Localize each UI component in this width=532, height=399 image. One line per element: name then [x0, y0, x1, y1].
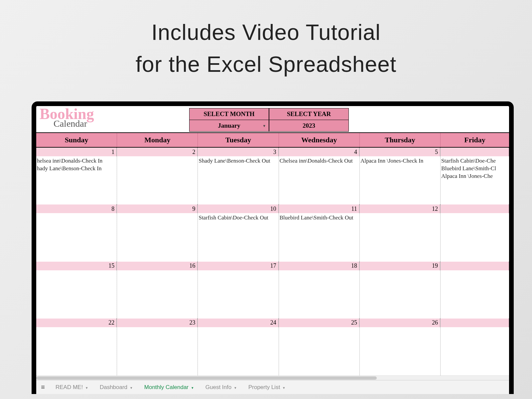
- date-number: 12: [360, 204, 440, 213]
- horizontal-scrollbar[interactable]: [36, 375, 509, 380]
- cell-events: [441, 327, 509, 375]
- weekday-header: Sunday: [36, 133, 117, 147]
- calendar-cell[interactable]: 24: [198, 319, 279, 375]
- calendar-cell[interactable]: [441, 262, 509, 319]
- chevron-down-icon: ▾: [234, 386, 236, 390]
- booking-event: helsea inn\Donalds-Check In: [37, 157, 116, 165]
- cell-events: [279, 327, 359, 375]
- select-month-dropdown[interactable]: January ▾: [189, 120, 269, 132]
- calendar-cell[interactable]: 25: [279, 319, 360, 375]
- select-year-value-cell[interactable]: 2023: [269, 120, 349, 132]
- calendar-cell[interactable]: 15: [36, 262, 117, 319]
- date-number: [441, 319, 509, 327]
- calendar-cell[interactable]: 18: [279, 262, 360, 319]
- weekday-header: Thursday: [360, 133, 441, 147]
- date-number: [441, 262, 509, 270]
- sheets-menu-icon[interactable]: ≡: [36, 383, 50, 391]
- cell-events: Starfish Cabin\Doe-CheBluebird Lane\Smit…: [441, 156, 509, 204]
- cell-events: helsea inn\Donalds-Check Inhady Lane\Ben…: [36, 156, 117, 204]
- spreadsheet-screen: Booking Calendar SELECT MONTH January ▾ …: [36, 106, 509, 394]
- date-number: 23: [117, 319, 198, 327]
- cell-events: [279, 270, 359, 319]
- date-number: 11: [279, 204, 359, 213]
- booking-event: Bluebird Lane\Smith-Cl: [441, 165, 508, 173]
- calendar-cell[interactable]: [441, 319, 509, 375]
- booking-event: hady Lane\Benson-Check In: [37, 165, 116, 173]
- date-number: 2: [117, 148, 198, 156]
- booking-event: Chelsea inn\Donalds-Check Out: [280, 157, 359, 165]
- chevron-down-icon: ▾: [263, 124, 265, 128]
- calendar-cell[interactable]: 12: [360, 204, 441, 261]
- cell-events: [117, 156, 198, 204]
- cell-events: [198, 270, 278, 319]
- cell-events: [360, 213, 440, 261]
- calendar-cell[interactable]: 9: [117, 204, 198, 261]
- cell-events: [117, 213, 198, 261]
- cell-events: Shady Lane\Benson-Check Out: [198, 156, 278, 204]
- calendar-cell[interactable]: 3Shady Lane\Benson-Check Out: [198, 148, 279, 204]
- booking-event: Shady Lane\Benson-Check Out: [199, 157, 278, 165]
- date-number: 18: [279, 262, 359, 270]
- sheet-tab[interactable]: READ ME! ▾: [50, 384, 94, 391]
- calendar-week: 1516171819: [36, 262, 509, 319]
- calendar-cell[interactable]: [441, 204, 509, 261]
- sheet-tab[interactable]: Guest Info ▾: [200, 384, 242, 391]
- booking-event: Alpaca Inn \Jones-Check In: [360, 157, 440, 165]
- cell-events: [360, 327, 440, 375]
- calendar-cell[interactable]: 8: [36, 204, 117, 261]
- date-number: 4: [279, 148, 359, 156]
- calendar-cell[interactable]: Starfish Cabin\Doe-CheBluebird Lane\Smit…: [441, 148, 509, 204]
- weekday-header: Friday: [441, 133, 509, 147]
- calendar-cell[interactable]: 17: [198, 262, 279, 319]
- month-selector: SELECT MONTH January ▾: [189, 108, 269, 132]
- cell-events: [36, 327, 117, 375]
- calendar-cell[interactable]: 16: [117, 262, 198, 319]
- date-number: 25: [279, 319, 359, 327]
- date-number: 22: [36, 319, 117, 327]
- booking-event: Alpaca Inn \Jones-Che: [441, 173, 508, 180]
- chevron-down-icon: ▾: [283, 386, 285, 390]
- calendar-week: 2223242526: [36, 319, 509, 375]
- calendar-cell[interactable]: 26: [360, 319, 441, 375]
- select-month-value: January: [218, 122, 240, 129]
- chevron-down-icon: ▾: [86, 386, 88, 390]
- select-year-label: SELECT YEAR: [269, 108, 349, 120]
- weekday-header: Wednesday: [279, 133, 360, 147]
- brand-block: Booking Calendar: [36, 108, 123, 129]
- calendar-week: 1helsea inn\Donalds-Check Inhady Lane\Be…: [36, 148, 509, 204]
- chevron-down-icon: ▾: [130, 386, 132, 390]
- date-number: 19: [360, 262, 440, 270]
- device-frame: Booking Calendar SELECT MONTH January ▾ …: [32, 101, 514, 394]
- scrollbar-thumb[interactable]: [36, 376, 377, 380]
- sheet-topbar: Booking Calendar SELECT MONTH January ▾ …: [36, 106, 509, 132]
- chevron-down-icon: ▾: [192, 386, 194, 390]
- calendar-cell[interactable]: 23: [117, 319, 198, 375]
- cell-events: [117, 270, 198, 319]
- calendar-cell[interactable]: 10Starfish Cabin\Doe-Check Out: [198, 204, 279, 261]
- year-selector: SELECT YEAR 2023: [269, 108, 349, 132]
- calendar-cell[interactable]: 4Chelsea inn\Donalds-Check Out: [279, 148, 360, 204]
- cell-events: [36, 270, 117, 319]
- cell-events: Starfish Cabin\Doe-Check Out: [198, 213, 278, 261]
- sheet-tabs: ≡ READ ME! ▾Dashboard ▾Monthly Calendar …: [36, 380, 509, 394]
- sheet-tab[interactable]: Property List ▾: [242, 384, 291, 391]
- date-number: 1: [36, 148, 117, 156]
- date-number: 16: [117, 262, 198, 270]
- calendar-cell[interactable]: 2: [117, 148, 198, 204]
- booking-event: Bluebird Lane\Smith-Check Out: [280, 214, 359, 222]
- select-year-value: 2023: [303, 122, 315, 129]
- date-number: 26: [360, 319, 440, 327]
- promo-headline: Includes Video Tutorial for the Excel Sp…: [0, 0, 532, 80]
- calendar-cell[interactable]: 1helsea inn\Donalds-Check Inhady Lane\Be…: [36, 148, 117, 204]
- cell-events: [198, 327, 278, 375]
- calendar-cell[interactable]: 11Bluebird Lane\Smith-Check Out: [279, 204, 360, 261]
- sheet-tab[interactable]: Monthly Calendar ▾: [138, 384, 200, 391]
- sheet-tab[interactable]: Dashboard ▾: [94, 384, 138, 391]
- cell-events: [441, 270, 509, 319]
- cell-events: [117, 327, 198, 375]
- headline-line2: for the Excel Spreadsheet: [0, 49, 532, 80]
- calendar-cell[interactable]: 22: [36, 319, 117, 375]
- calendar-cell[interactable]: 5Alpaca Inn \Jones-Check In: [360, 148, 441, 204]
- date-number: 3: [198, 148, 278, 156]
- calendar-cell[interactable]: 19: [360, 262, 441, 319]
